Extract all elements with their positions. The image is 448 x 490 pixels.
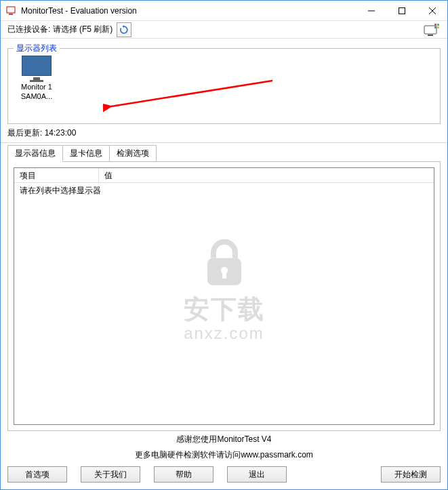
svg-rect-3 bbox=[399, 8, 405, 14]
tabstrip: 显示器信息 显卡信息 检测选项 bbox=[7, 145, 441, 161]
connected-device-label: 已连接设备: 请选择 (F5 刷新) bbox=[7, 24, 113, 35]
column-item[interactable]: 项目 bbox=[14, 168, 99, 182]
titlebar: MonitorTest - Evaluation version bbox=[1, 1, 447, 21]
app-icon bbox=[6, 5, 17, 16]
tab-monitor-info[interactable]: 显示器信息 bbox=[7, 145, 63, 162]
last-update-label: 最后更新: 14:23:00 bbox=[1, 124, 447, 142]
help-button[interactable]: 帮助 bbox=[154, 466, 213, 483]
tab-panel: 项目 值 请在列表中选择显示器 安下载 anxz.com bbox=[7, 161, 441, 431]
app-window: MonitorTest - Evaluation version 已连接设备: … bbox=[0, 0, 448, 490]
svg-rect-1 bbox=[9, 14, 13, 15]
svg-rect-9 bbox=[434, 24, 436, 26]
svg-rect-8 bbox=[428, 35, 433, 36]
svg-rect-0 bbox=[7, 7, 15, 13]
monitor-icon bbox=[15, 56, 58, 82]
refresh-icon bbox=[119, 25, 129, 35]
svg-line-14 bbox=[111, 81, 272, 106]
annotation-arrow bbox=[103, 79, 279, 113]
watermark-text-2: anxz.com bbox=[184, 324, 265, 343]
svg-point-16 bbox=[221, 267, 228, 274]
monitor-list-panel: 显示器列表 Monitor 1 SAM0A... bbox=[7, 48, 441, 124]
close-button[interactable] bbox=[417, 1, 447, 21]
svg-marker-6 bbox=[123, 25, 125, 28]
exit-button[interactable]: 退出 bbox=[227, 466, 287, 483]
preferences-button[interactable]: 首选项 bbox=[7, 466, 67, 483]
maximize-button[interactable] bbox=[386, 1, 417, 21]
footer-thanks: 感谢您使用MonitorTest V4 bbox=[1, 431, 447, 447]
listview[interactable]: 项目 值 请在列表中选择显示器 安下载 anxz.com bbox=[14, 167, 434, 425]
refresh-button[interactable] bbox=[117, 22, 131, 37]
listview-header: 项目 值 bbox=[14, 168, 434, 183]
watermark-text-1: 安下载 bbox=[184, 292, 265, 327]
footer-more-prefix: 更多电脑硬件检测软件请访问 bbox=[135, 450, 241, 460]
monitor-name: Monitor 1 bbox=[15, 82, 58, 91]
svg-rect-17 bbox=[222, 272, 226, 279]
watermark: 安下载 anxz.com bbox=[184, 239, 265, 343]
window-controls bbox=[356, 1, 447, 20]
monitor-list: Monitor 1 SAM0A... bbox=[8, 49, 440, 123]
svg-rect-10 bbox=[437, 24, 439, 26]
svg-rect-15 bbox=[207, 258, 241, 285]
svg-rect-11 bbox=[434, 26, 436, 28]
listview-placeholder: 请在列表中选择显示器 bbox=[14, 183, 434, 199]
start-test-button[interactable]: 开始检测 bbox=[381, 466, 441, 483]
footer-more: 更多电脑硬件检测软件请访问www.passmark.com bbox=[1, 447, 447, 462]
window-title: MonitorTest - Evaluation version bbox=[21, 6, 356, 16]
button-row: 首选项 关于我们 帮助 退出 开始检测 bbox=[1, 462, 447, 489]
tab-test-options[interactable]: 检测选项 bbox=[109, 145, 157, 161]
divider bbox=[1, 142, 447, 143]
footer-link[interactable]: www.passmark.com bbox=[241, 450, 313, 460]
monitor-item[interactable]: Monitor 1 SAM0A... bbox=[15, 56, 58, 119]
svg-rect-12 bbox=[437, 26, 439, 28]
minimize-button[interactable] bbox=[356, 1, 386, 21]
about-button[interactable]: 关于我们 bbox=[81, 466, 140, 483]
lock-icon bbox=[203, 239, 245, 288]
passmark-icon[interactable] bbox=[423, 23, 441, 37]
column-value[interactable]: 值 bbox=[99, 168, 434, 182]
device-row: 已连接设备: 请选择 (F5 刷新) bbox=[1, 21, 447, 39]
monitor-model: SAM0A... bbox=[15, 91, 58, 101]
tab-gpu-info[interactable]: 显卡信息 bbox=[62, 145, 110, 161]
